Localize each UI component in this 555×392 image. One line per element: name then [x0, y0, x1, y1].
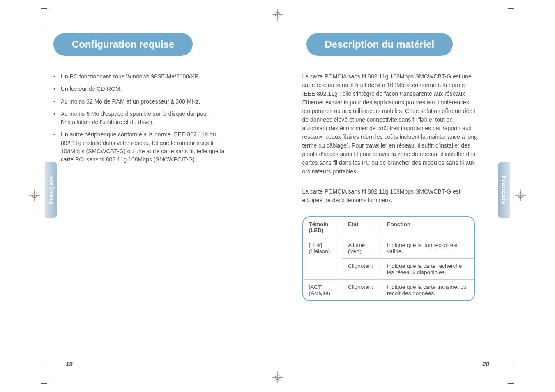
hardware-paragraph-1: La carte PCMCIA sans fil 802.11g 108Mbps… — [302, 72, 479, 176]
requirements-list: Un PC fonctionnant sous Windows 98SE/Me/… — [49, 72, 226, 164]
section-heading-config: Configuration requise — [53, 33, 193, 56]
table-cell: Indique que la carte recherche les résea… — [381, 259, 474, 280]
table-cell: [Link] (Liaison) — [303, 238, 342, 280]
hardware-paragraph-2: La carte PCMCIA sans fil 802.11g 108Mbps… — [302, 187, 479, 205]
table-cell: Clignotant — [342, 259, 381, 280]
table-cell: Clignotant — [342, 280, 381, 301]
table-header-row: Témoin (LED) État Fonction — [303, 217, 474, 238]
page-right: Description du matériel La carte PCMCIA … — [278, 0, 555, 392]
list-item: Un lecteur de CD-ROM. — [53, 85, 226, 93]
table-cell: [ACT] (Activité) — [303, 280, 342, 301]
table-row: [Link] (Liaison) Allumé (Vert) Indique q… — [303, 238, 474, 259]
page-left: Configuration requise Un PC fonctionnant… — [0, 0, 278, 392]
table-header: État — [342, 217, 381, 238]
table-header: Fonction — [381, 217, 474, 238]
list-item: Au moins 32 Mo de RAM et un processeur à… — [53, 97, 226, 106]
table-row: [ACT] (Activité) Clignotant Indique que … — [303, 280, 474, 301]
led-table: Témoin (LED) État Fonction [Link] (Liais… — [302, 216, 475, 301]
list-item: Au moins 6 Mo d'espace disponible sur le… — [53, 110, 226, 127]
table-header: Témoin (LED) — [303, 217, 342, 238]
list-item: Un PC fonctionnant sous Windows 98SE/Me/… — [53, 72, 226, 81]
list-item: Un autre périphérique conforme à la norm… — [53, 130, 226, 164]
table-cell: Allumé (Vert) — [342, 238, 381, 259]
table-cell: Indique que la carte transmet ou reçoit … — [381, 280, 474, 301]
table-cell: Indique que la connexion est valide. — [381, 238, 474, 259]
section-heading-hardware: Description du matériel — [306, 33, 453, 56]
